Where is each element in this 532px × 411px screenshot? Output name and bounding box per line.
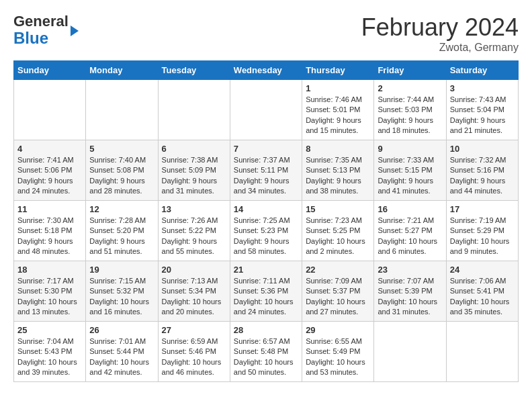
calendar-cell	[14, 80, 86, 140]
day-info: Sunrise: 7:06 AM Sunset: 5:41 PM Dayligh…	[450, 276, 515, 318]
calendar-cell: 13Sunrise: 7:26 AM Sunset: 5:22 PM Dayli…	[158, 201, 230, 261]
calendar-cell: 18Sunrise: 7:17 AM Sunset: 5:30 PM Dayli…	[14, 261, 86, 322]
day-number: 18	[17, 265, 82, 275]
calendar-cell: 28Sunrise: 6:57 AM Sunset: 5:48 PM Dayli…	[230, 322, 302, 382]
calendar-cell: 23Sunrise: 7:07 AM Sunset: 5:39 PM Dayli…	[374, 261, 446, 322]
day-number: 11	[17, 204, 82, 214]
calendar-cell: 27Sunrise: 6:59 AM Sunset: 5:46 PM Dayli…	[158, 322, 230, 382]
day-info: Sunrise: 7:37 AM Sunset: 5:11 PM Dayligh…	[234, 155, 298, 197]
day-info: Sunrise: 7:30 AM Sunset: 5:18 PM Dayligh…	[17, 216, 82, 257]
calendar-table: SundayMondayTuesdayWednesdayThursdayFrid…	[13, 60, 519, 382]
day-info: Sunrise: 7:40 AM Sunset: 5:08 PM Dayligh…	[89, 155, 154, 197]
day-number: 19	[89, 265, 154, 275]
day-info: Sunrise: 7:44 AM Sunset: 5:03 PM Dayligh…	[378, 95, 442, 136]
logo-general: General	[13, 13, 69, 30]
calendar-cell: 20Sunrise: 7:13 AM Sunset: 5:34 PM Dayli…	[158, 261, 230, 322]
day-number: 10	[450, 144, 515, 154]
day-info: Sunrise: 6:55 AM Sunset: 5:49 PM Dayligh…	[306, 336, 370, 378]
day-number: 17	[450, 204, 515, 214]
day-number: 23	[378, 265, 442, 275]
week-row-3: 11Sunrise: 7:30 AM Sunset: 5:18 PM Dayli…	[14, 201, 519, 261]
weekday-header-saturday: Saturday	[446, 61, 518, 80]
calendar-cell: 3Sunrise: 7:43 AM Sunset: 5:04 PM Daylig…	[446, 80, 518, 140]
day-number: 7	[234, 144, 298, 154]
calendar-cell: 26Sunrise: 7:01 AM Sunset: 5:44 PM Dayli…	[86, 322, 158, 382]
day-info: Sunrise: 7:23 AM Sunset: 5:25 PM Dayligh…	[306, 216, 370, 257]
calendar-cell: 25Sunrise: 7:04 AM Sunset: 5:43 PM Dayli…	[14, 322, 86, 382]
calendar-cell: 4Sunrise: 7:41 AM Sunset: 5:06 PM Daylig…	[14, 140, 86, 201]
day-info: Sunrise: 7:35 AM Sunset: 5:13 PM Dayligh…	[306, 155, 370, 197]
day-info: Sunrise: 7:43 AM Sunset: 5:04 PM Dayligh…	[450, 95, 515, 136]
day-number: 13	[162, 204, 226, 214]
day-number: 22	[306, 265, 370, 275]
day-info: Sunrise: 7:19 AM Sunset: 5:29 PM Dayligh…	[450, 216, 515, 257]
weekday-header-thursday: Thursday	[302, 61, 374, 80]
logo-arrow-icon	[71, 26, 79, 36]
calendar-cell: 1Sunrise: 7:46 AM Sunset: 5:01 PM Daylig…	[302, 80, 374, 140]
calendar-cell: 14Sunrise: 7:25 AM Sunset: 5:23 PM Dayli…	[230, 201, 302, 261]
title-block: February 2024 Zwota, Germany	[361, 13, 519, 54]
day-number: 12	[89, 204, 154, 214]
calendar-cell: 22Sunrise: 7:09 AM Sunset: 5:37 PM Dayli…	[302, 261, 374, 322]
day-info: Sunrise: 6:59 AM Sunset: 5:46 PM Dayligh…	[162, 336, 226, 378]
day-info: Sunrise: 7:38 AM Sunset: 5:09 PM Dayligh…	[162, 155, 226, 197]
calendar-cell: 6Sunrise: 7:38 AM Sunset: 5:09 PM Daylig…	[158, 140, 230, 201]
day-info: Sunrise: 7:46 AM Sunset: 5:01 PM Dayligh…	[306, 95, 370, 136]
day-number: 6	[162, 144, 226, 154]
day-info: Sunrise: 7:17 AM Sunset: 5:30 PM Dayligh…	[17, 276, 82, 318]
calendar-cell	[374, 322, 446, 382]
week-row-4: 18Sunrise: 7:17 AM Sunset: 5:30 PM Dayli…	[14, 261, 519, 322]
day-number: 9	[378, 144, 442, 154]
location: Zwota, Germany	[361, 42, 519, 54]
day-number: 21	[234, 265, 298, 275]
weekday-header-monday: Monday	[86, 61, 158, 80]
day-info: Sunrise: 7:01 AM Sunset: 5:44 PM Dayligh…	[89, 336, 154, 378]
day-number: 4	[17, 144, 82, 154]
day-info: Sunrise: 6:57 AM Sunset: 5:48 PM Dayligh…	[234, 336, 298, 378]
week-row-1: 1Sunrise: 7:46 AM Sunset: 5:01 PM Daylig…	[14, 80, 519, 140]
weekday-header-sunday: Sunday	[14, 61, 86, 80]
calendar-cell: 8Sunrise: 7:35 AM Sunset: 5:13 PM Daylig…	[302, 140, 374, 201]
day-number: 1	[306, 83, 370, 93]
weekday-header-friday: Friday	[374, 61, 446, 80]
day-info: Sunrise: 7:32 AM Sunset: 5:16 PM Dayligh…	[450, 155, 515, 197]
day-number: 5	[89, 144, 154, 154]
day-info: Sunrise: 7:28 AM Sunset: 5:20 PM Dayligh…	[89, 216, 154, 257]
day-number: 16	[378, 204, 442, 214]
day-number: 26	[89, 325, 154, 335]
calendar-cell	[158, 80, 230, 140]
day-number: 28	[234, 325, 298, 335]
calendar-cell: 16Sunrise: 7:21 AM Sunset: 5:27 PM Dayli…	[374, 201, 446, 261]
calendar-cell: 7Sunrise: 7:37 AM Sunset: 5:11 PM Daylig…	[230, 140, 302, 201]
day-number: 2	[378, 83, 442, 93]
weekday-header-row: SundayMondayTuesdayWednesdayThursdayFrid…	[14, 61, 519, 80]
calendar-cell: 17Sunrise: 7:19 AM Sunset: 5:29 PM Dayli…	[446, 201, 518, 261]
calendar-cell	[230, 80, 302, 140]
weekday-header-wednesday: Wednesday	[230, 61, 302, 80]
day-info: Sunrise: 7:07 AM Sunset: 5:39 PM Dayligh…	[378, 276, 442, 318]
day-number: 27	[162, 325, 226, 335]
calendar-cell: 29Sunrise: 6:55 AM Sunset: 5:49 PM Dayli…	[302, 322, 374, 382]
day-info: Sunrise: 7:25 AM Sunset: 5:23 PM Dayligh…	[234, 216, 298, 257]
calendar-cell: 9Sunrise: 7:33 AM Sunset: 5:15 PM Daylig…	[374, 140, 446, 201]
week-row-5: 25Sunrise: 7:04 AM Sunset: 5:43 PM Dayli…	[14, 322, 519, 382]
day-info: Sunrise: 7:33 AM Sunset: 5:15 PM Dayligh…	[378, 155, 442, 197]
day-info: Sunrise: 7:26 AM Sunset: 5:22 PM Dayligh…	[162, 216, 226, 257]
day-number: 3	[450, 83, 515, 93]
calendar-cell: 10Sunrise: 7:32 AM Sunset: 5:16 PM Dayli…	[446, 140, 518, 201]
calendar-cell: 24Sunrise: 7:06 AM Sunset: 5:41 PM Dayli…	[446, 261, 518, 322]
day-number: 20	[162, 265, 226, 275]
day-info: Sunrise: 7:09 AM Sunset: 5:37 PM Dayligh…	[306, 276, 370, 318]
day-number: 29	[306, 325, 370, 335]
calendar-cell	[446, 322, 518, 382]
calendar-cell: 12Sunrise: 7:28 AM Sunset: 5:20 PM Dayli…	[86, 201, 158, 261]
logo-text: General Blue	[13, 13, 69, 48]
day-number: 14	[234, 204, 298, 214]
calendar-cell: 21Sunrise: 7:11 AM Sunset: 5:36 PM Dayli…	[230, 261, 302, 322]
calendar-cell: 2Sunrise: 7:44 AM Sunset: 5:03 PM Daylig…	[374, 80, 446, 140]
day-number: 24	[450, 265, 515, 275]
day-info: Sunrise: 7:11 AM Sunset: 5:36 PM Dayligh…	[234, 276, 298, 318]
calendar-cell	[86, 80, 158, 140]
logo-blue: Blue	[13, 29, 48, 47]
calendar-cell: 15Sunrise: 7:23 AM Sunset: 5:25 PM Dayli…	[302, 201, 374, 261]
